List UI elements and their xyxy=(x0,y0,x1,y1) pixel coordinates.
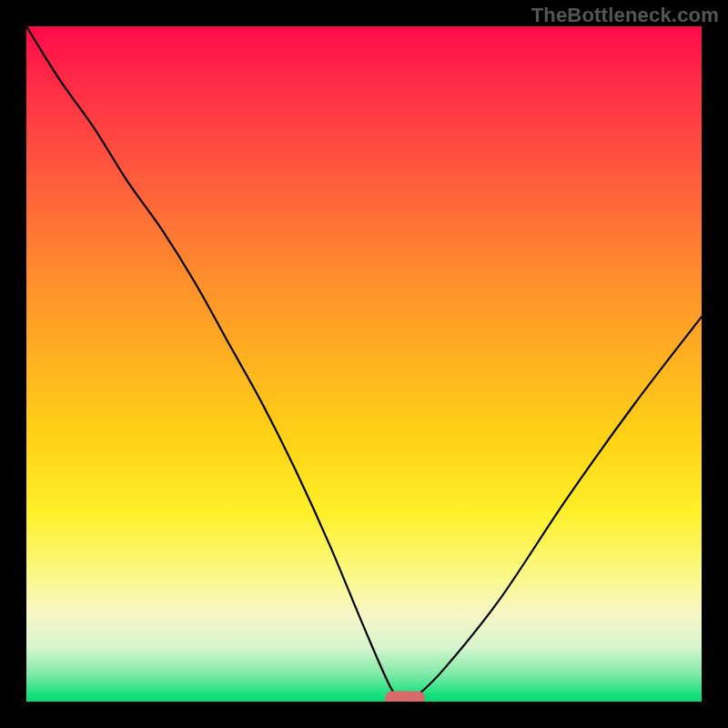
chart-frame: TheBottleneck.com xyxy=(0,0,728,728)
watermark-text: TheBottleneck.com xyxy=(531,4,719,27)
plot-area xyxy=(26,26,702,702)
optimum-marker xyxy=(385,692,425,703)
bottleneck-curve xyxy=(26,26,702,702)
